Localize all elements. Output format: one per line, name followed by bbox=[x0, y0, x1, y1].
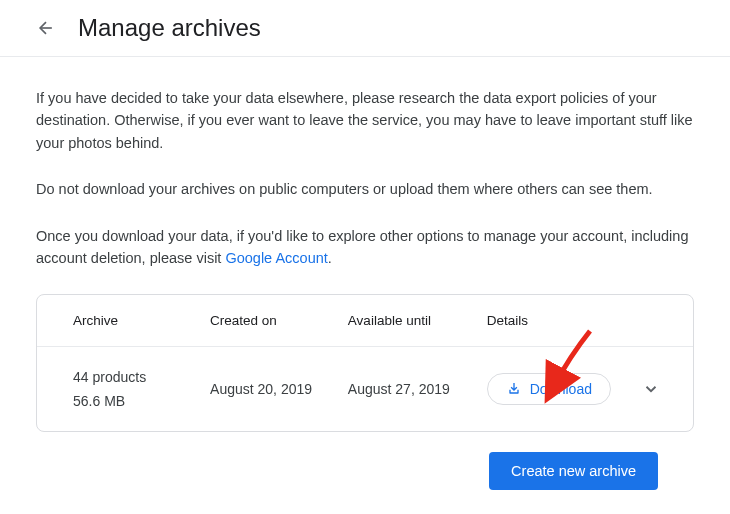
col-header-available: Available until bbox=[334, 295, 473, 347]
page-title: Manage archives bbox=[78, 14, 261, 42]
create-new-archive-button[interactable]: Create new archive bbox=[489, 452, 658, 490]
intro-p3-prefix: Once you download your data, if you'd li… bbox=[36, 228, 688, 266]
archive-products: 44 products bbox=[73, 369, 182, 385]
intro-paragraph-2: Do not download your archives on public … bbox=[36, 178, 694, 200]
col-header-archive: Archive bbox=[37, 295, 196, 347]
archive-table: Archive Created on Available until Detai… bbox=[37, 295, 693, 431]
archive-list-box: Archive Created on Available until Detai… bbox=[36, 294, 694, 432]
intro-paragraph-3: Once you download your data, if you'd li… bbox=[36, 225, 694, 270]
page-header: Manage archives bbox=[0, 0, 730, 56]
download-label: Download bbox=[530, 381, 592, 397]
download-icon bbox=[506, 381, 522, 397]
google-account-link[interactable]: Google Account bbox=[225, 250, 327, 266]
intro-p3-suffix: . bbox=[328, 250, 332, 266]
download-button[interactable]: Download bbox=[487, 373, 611, 405]
col-header-details: Details bbox=[473, 295, 625, 347]
col-header-created: Created on bbox=[196, 295, 334, 347]
archive-created-on: August 20, 2019 bbox=[196, 346, 334, 431]
intro-paragraph-1: If you have decided to take your data el… bbox=[36, 87, 694, 154]
archive-size: 56.6 MB bbox=[73, 393, 182, 409]
archive-available-until: August 27, 2019 bbox=[334, 346, 473, 431]
expand-button[interactable] bbox=[639, 377, 663, 401]
chevron-down-icon bbox=[642, 380, 660, 398]
footer-actions: Create new archive bbox=[36, 432, 694, 490]
arrow-left-icon bbox=[36, 18, 56, 38]
archive-cell-info: 44 products 56.6 MB bbox=[37, 346, 196, 431]
content-area: If you have decided to take your data el… bbox=[0, 57, 730, 510]
back-button[interactable] bbox=[34, 16, 58, 40]
archive-row: 44 products 56.6 MB August 20, 2019 Augu… bbox=[37, 346, 693, 431]
archive-details-cell: Download bbox=[473, 346, 625, 431]
